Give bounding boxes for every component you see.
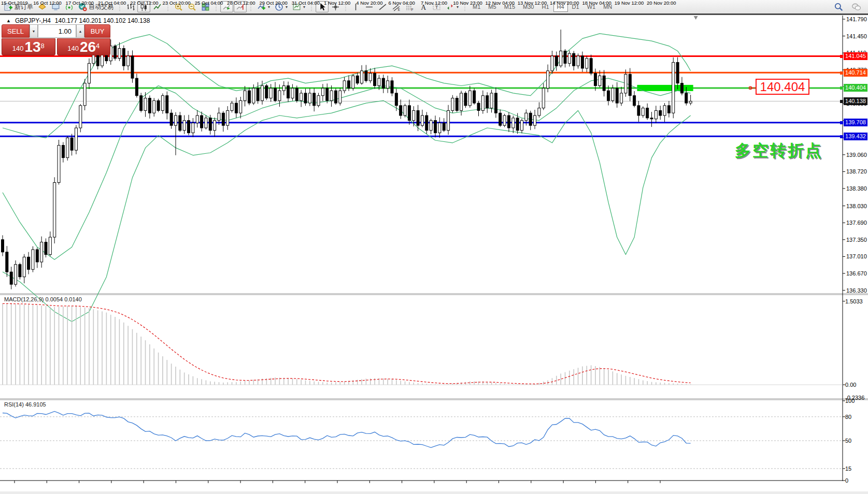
price-axis-tick: 136.670 (846, 270, 867, 277)
candle (374, 74, 376, 86)
candle (201, 115, 203, 128)
candle (148, 98, 151, 113)
buy-price-pips: 26 (80, 40, 96, 54)
candle (412, 110, 415, 120)
price-chip-connector (840, 135, 843, 138)
time-axis-label: 28 Oct 12:00 (227, 0, 255, 6)
candle (577, 56, 579, 66)
time-axis-label: 29 Oct 20:00 (259, 0, 287, 6)
candle (127, 56, 130, 66)
candle (295, 88, 298, 100)
candle (157, 100, 160, 110)
candle (659, 110, 662, 115)
candle (387, 81, 389, 88)
candle (560, 51, 562, 66)
candle (529, 113, 532, 125)
candle (400, 106, 402, 115)
candle (179, 115, 181, 130)
sell-button[interactable]: SELL (2, 24, 30, 38)
sell-price-display[interactable]: 140138 (2, 38, 55, 55)
candle (689, 101, 692, 103)
price-axis-tick: 137.010 (846, 253, 867, 259)
time-axis-label: 15 Oct 2019 (1, 0, 28, 6)
candle (326, 88, 329, 100)
buy-button[interactable]: BUY (84, 24, 110, 38)
candle (49, 237, 51, 255)
candle (214, 121, 216, 130)
turning-point-annotation[interactable]: 多空转折点 (735, 140, 823, 162)
time-axis-label: 20 Nov 20:00 (647, 0, 676, 6)
candle (637, 106, 640, 115)
candle (53, 183, 56, 237)
candle (83, 83, 86, 106)
price-axis-tick: 137.350 (846, 237, 867, 243)
candle (417, 110, 419, 125)
candle (261, 86, 264, 101)
candle (183, 121, 186, 130)
chart-canvas[interactable] (0, 15, 868, 494)
candle (494, 93, 497, 113)
candle (421, 115, 423, 125)
volume-decrease-button[interactable]: ▼ (30, 24, 38, 38)
candle (616, 88, 618, 103)
candle (599, 76, 601, 85)
buy-price-display[interactable]: 140264 (57, 38, 111, 55)
candle (460, 93, 463, 111)
symbol-collapse-icon[interactable]: ▲ (6, 18, 11, 23)
candle (542, 88, 545, 108)
search-icon (834, 2, 843, 11)
price-axis-tick: 141.450 (846, 33, 867, 39)
time-axis-label: 21 Oct 04:00 (98, 0, 126, 6)
rsi-pane-label: RSI(14) 46.9105 (4, 401, 46, 408)
window-bottom-edge (0, 491, 868, 494)
candle (447, 110, 450, 130)
candle (257, 88, 259, 100)
time-axis-label: 16 Oct 12:00 (33, 0, 61, 6)
candle (624, 74, 627, 93)
candle (10, 272, 12, 284)
candle (516, 118, 519, 130)
time-axis-label: 12 Nov 04:00 (486, 0, 515, 6)
candle (434, 121, 437, 133)
candle (239, 100, 242, 113)
candle (313, 93, 316, 106)
candle (287, 86, 290, 98)
candle (140, 96, 143, 111)
symbol-ohlc-values: 140.177 140.201 140.102 140.138 (55, 17, 150, 24)
rsi-axis-tick: 100 (845, 398, 855, 404)
candle (62, 146, 64, 158)
candle (538, 108, 540, 115)
candle (573, 53, 575, 66)
price-chip-141.045: 141.045 (844, 52, 867, 60)
volume-input[interactable] (38, 24, 76, 38)
candle (131, 56, 134, 78)
candle (291, 88, 294, 98)
candle (490, 93, 493, 108)
candle (430, 121, 432, 130)
candle (547, 71, 549, 89)
candle (339, 91, 341, 103)
rsi-axis-tick: 80 (845, 414, 851, 420)
candle (205, 118, 207, 128)
candle (58, 146, 60, 183)
candle (209, 118, 211, 130)
price-axis-tick: 141.790 (846, 16, 867, 22)
search-button[interactable] (832, 1, 845, 12)
chat-button[interactable] (849, 1, 863, 12)
time-axis-label: 19 Nov 12:00 (615, 0, 644, 6)
candle (425, 115, 428, 130)
trading-platform-window: 新订单 自动交易 ▾ ▾ (0, 0, 868, 494)
candle (6, 252, 8, 272)
volume-increase-button[interactable]: ▲ (76, 24, 84, 38)
candle (378, 78, 380, 85)
svg-text:F: F (411, 7, 414, 11)
price-callout-label[interactable]: 140.404 (756, 79, 809, 95)
candle (568, 53, 571, 63)
candle (650, 118, 653, 119)
candle (464, 93, 467, 106)
candle (348, 81, 350, 88)
candle (507, 115, 510, 128)
time-axis-label: 6 Nov 04:00 (389, 0, 415, 6)
candle (443, 123, 445, 130)
time-axis-label: 25 Oct 04:00 (195, 0, 223, 6)
